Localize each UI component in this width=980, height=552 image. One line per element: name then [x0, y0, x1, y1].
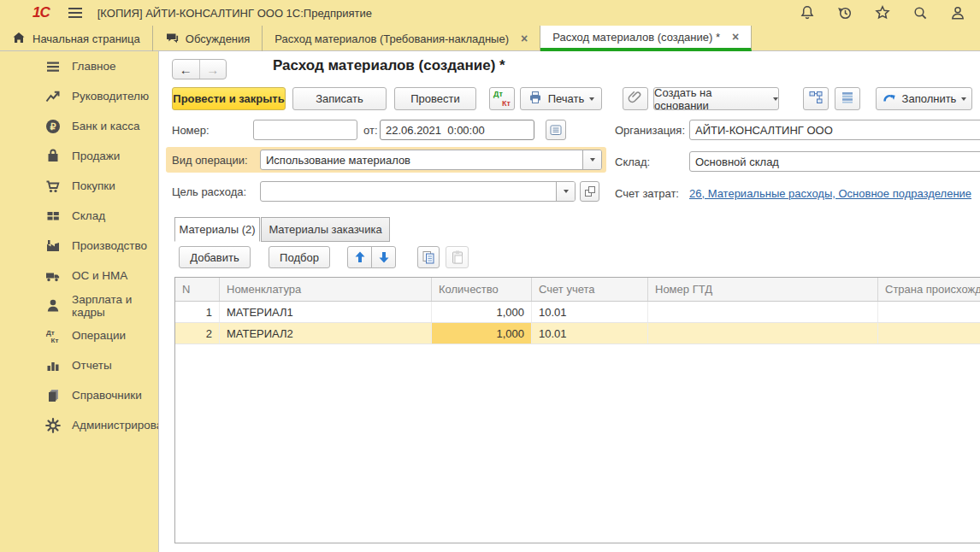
post-and-close-button[interactable]: Провести и закрыть — [172, 87, 286, 110]
copy-button[interactable] — [417, 246, 440, 268]
list-icon — [549, 123, 563, 137]
cell-account[interactable]: 10.01 — [532, 323, 648, 344]
close-tab-icon[interactable]: × — [732, 30, 739, 44]
save-button[interactable]: Записать — [292, 87, 387, 110]
home-icon — [12, 31, 26, 47]
window-tabbar: Начальная страница Обсуждения Расход мат… — [0, 26, 980, 51]
svg-text:₽: ₽ — [50, 121, 56, 132]
operation-type-input[interactable] — [261, 150, 582, 169]
structure-icon — [808, 90, 824, 108]
cell-quantity[interactable]: 1,000 — [432, 302, 532, 322]
col-header-country[interactable]: Страна происхожд — [878, 278, 980, 301]
forward-arrow-button[interactable]: → — [200, 60, 227, 79]
cell-country[interactable] — [878, 323, 980, 344]
sidebar-item-bank-cash[interactable]: ₽ Банк и касса — [0, 111, 158, 141]
materials-table: N Номенклатура Количество Счет учета Ном… — [174, 277, 980, 543]
date-field — [380, 120, 534, 140]
sidebar-item-fixed-assets[interactable]: ОС и НМА — [0, 261, 158, 291]
attachments-button[interactable] — [623, 87, 648, 110]
col-header-quantity[interactable]: Количество — [432, 278, 532, 301]
tab-home[interactable]: Начальная страница — [0, 26, 153, 51]
col-header-gtd[interactable]: Номер ГТД — [648, 278, 878, 301]
move-row-up-button[interactable] — [347, 246, 372, 268]
warehouse-input[interactable] — [689, 151, 980, 172]
history-icon[interactable] — [836, 4, 853, 21]
sidebar-item-production[interactable]: Производство — [0, 231, 158, 261]
dtkt-postings-button[interactable]: ДтКт — [489, 87, 515, 110]
reports-list-button[interactable] — [835, 87, 860, 110]
add-row-button[interactable]: Добавить — [179, 246, 251, 268]
paste-button[interactable] — [446, 246, 469, 268]
organization-input[interactable] — [689, 120, 980, 140]
purpose-open-button[interactable] — [580, 181, 599, 202]
sidebar-item-administration[interactable]: Администрирование — [0, 410, 158, 440]
col-header-account[interactable]: Счет учета — [532, 278, 648, 301]
number-input[interactable] — [253, 120, 357, 140]
main-menu-icon[interactable] — [68, 8, 82, 18]
notifications-bell-icon[interactable] — [799, 4, 816, 21]
tab-material-consumption-new[interactable]: Расход материалов (создание) * × — [540, 26, 752, 51]
history-nav: ← → — [172, 59, 227, 79]
sidebar-item-salary-hr[interactable]: Зарплата и кадры — [0, 291, 158, 320]
pick-button[interactable]: Подбор — [269, 246, 330, 268]
cost-account-link[interactable]: 26, Материальные расходы, Основное подра… — [689, 183, 971, 203]
tab-materials[interactable]: Материалы (2) — [174, 217, 260, 242]
tab-customer-materials[interactable]: Материалы заказчика — [261, 217, 390, 242]
report-icon — [840, 90, 855, 108]
sidebar-item-manager[interactable]: Руководителю — [0, 81, 158, 111]
cell-nomenclature[interactable]: МАТЕРИАЛ1 — [220, 302, 432, 322]
cell-n[interactable]: 1 — [175, 302, 220, 322]
tab-material-consumption-list[interactable]: Расход материалов (Требования-накладные)… — [263, 26, 540, 51]
operation-type-combobox[interactable] — [260, 150, 602, 170]
sidebar-item-warehouse[interactable]: Склад — [0, 201, 158, 231]
page-title: Расход материалов (создание) * — [273, 57, 505, 74]
table-row-selected[interactable]: 2 МАТЕРИАЛ2 1,000 10.01 — [175, 323, 980, 344]
organization-label: Организация: — [615, 120, 685, 140]
fill-button[interactable]: Заполнить — [876, 87, 972, 110]
warehouse-label: Склад: — [615, 151, 650, 172]
print-button[interactable]: Печать — [520, 87, 602, 110]
sidebar-item-sales[interactable]: Продажи — [0, 141, 158, 171]
tab-discussions[interactable]: Обсуждения — [153, 26, 263, 51]
sidebar-item-purchases[interactable]: Покупки — [0, 171, 158, 201]
paperclip-icon — [628, 90, 643, 108]
sidebar-item-operations[interactable]: ДтКт Операции — [0, 320, 158, 350]
sidebar-item-reports[interactable]: Отчеты — [0, 350, 158, 380]
related-documents-button[interactable] — [803, 87, 829, 110]
table-row[interactable]: 1 МАТЕРИАЛ1 1,000 10.01 — [175, 302, 980, 323]
date-label: от: — [363, 120, 378, 140]
trend-icon — [44, 88, 62, 105]
combo-dropdown-button[interactable] — [582, 150, 601, 169]
tab-label: Расход материалов (создание) * — [552, 31, 720, 44]
date-input[interactable] — [381, 120, 534, 139]
post-button[interactable]: Провести — [394, 87, 476, 110]
app-title: [КОПИЯ] АЙТИ-КОНСАЛТИНГ ООО 1С:Предприят… — [97, 7, 372, 20]
purpose-combobox[interactable] — [260, 181, 576, 202]
col-header-nomenclature[interactable]: Номенклатура — [220, 278, 432, 301]
section-sidebar: Главное Руководителю ₽ Банк и касса Прод… — [0, 51, 158, 552]
cell-n[interactable]: 2 — [175, 323, 220, 344]
sidebar-item-directories[interactable]: Справочники — [0, 380, 158, 410]
move-row-down-button[interactable] — [371, 246, 396, 268]
purpose-label: Цель расхода: — [172, 181, 246, 202]
create-based-on-button[interactable]: Создать на основании — [653, 87, 779, 110]
user-icon[interactable] — [949, 4, 966, 21]
cell-country[interactable] — [878, 302, 980, 322]
tab-discussions-label: Обсуждения — [186, 32, 251, 45]
sidebar-item-main[interactable]: Главное — [0, 51, 158, 81]
back-arrow-button[interactable]: ← — [173, 60, 200, 79]
purpose-input[interactable] — [261, 182, 556, 201]
cell-quantity-active[interactable]: 1,000 — [432, 323, 532, 344]
cell-gtd[interactable] — [648, 323, 878, 344]
cell-gtd[interactable] — [648, 302, 878, 322]
cell-nomenclature[interactable]: МАТЕРИАЛ2 — [220, 323, 432, 344]
favorites-star-icon[interactable] — [874, 4, 891, 21]
combo-dropdown-button[interactable] — [556, 182, 575, 201]
close-tab-icon[interactable]: × — [521, 32, 528, 45]
col-header-n[interactable]: N — [175, 278, 220, 301]
search-icon[interactable] — [912, 4, 929, 21]
cell-account[interactable]: 10.01 — [532, 302, 648, 322]
gear-icon — [44, 417, 62, 434]
date-list-button[interactable] — [546, 120, 566, 140]
tab-label: Расход материалов (Требования-накладные) — [275, 32, 509, 45]
